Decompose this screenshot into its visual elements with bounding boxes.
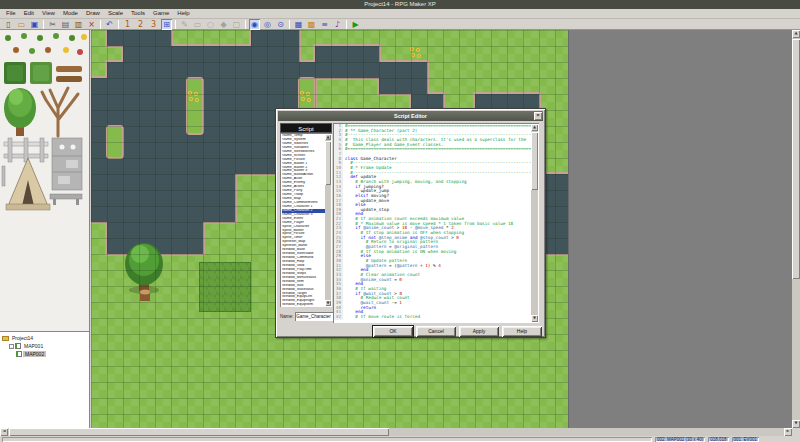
toolbar-separator <box>346 20 347 29</box>
copy-icon[interactable]: ▤ <box>60 19 71 30</box>
vertical-scroll-thumb[interactable] <box>792 39 800 279</box>
horizontal-scroll-thumb[interactable] <box>9 428 389 436</box>
tileset-palette-image <box>0 30 90 330</box>
menu-bar: FileEditViewModeDrawScaleToolsGameHelp <box>0 9 800 19</box>
status-hint-panel <box>2 437 652 442</box>
playtest-icon[interactable]: ▶ <box>350 19 361 30</box>
sound-test-icon[interactable]: ♪ <box>332 19 343 30</box>
menu-edit[interactable]: Edit <box>20 9 38 18</box>
undo-icon[interactable]: ↶ <box>104 19 115 30</box>
zoom-1-2-icon[interactable]: ◎ <box>262 19 273 30</box>
status-map-info: 002: MAP002 (30 x 40) <box>655 437 705 442</box>
ok-button[interactable]: OK <box>373 326 413 337</box>
scroll-up-icon[interactable]: ▲ <box>325 134 331 140</box>
menu-view[interactable]: View <box>38 9 59 18</box>
layer2-icon[interactable]: 2 <box>135 19 146 30</box>
flood-fill-tool-icon: ◆ <box>218 19 229 30</box>
zoom-1-4-icon[interactable]: ⊙ <box>275 19 286 30</box>
scroll-right-icon[interactable]: ► <box>784 428 792 436</box>
menu-game[interactable]: Game <box>149 9 173 18</box>
script-list-header: Script <box>280 123 332 133</box>
code-editor[interactable]: 1#======================================… <box>333 123 539 323</box>
apply-button[interactable]: Apply <box>459 326 499 337</box>
code-lines: 1#======================================… <box>334 124 531 322</box>
menu-draw[interactable]: Draw <box>82 9 104 18</box>
open-project-icon[interactable]: ▭ <box>16 19 27 30</box>
scroll-up-icon[interactable]: ▲ <box>531 124 538 131</box>
zoom-1-1-icon[interactable]: ◉ <box>249 19 260 30</box>
toolbar-separator <box>118 20 119 29</box>
status-bar: 002: MAP002 (30 x 40) 018,018 001: EV001 <box>0 436 800 442</box>
rectangle-tool-icon: ▭ <box>192 19 203 30</box>
script-list-scrollbar[interactable]: ▲ ▼ <box>325 134 331 306</box>
select-tool-icon: ▢ <box>231 19 242 30</box>
script-list[interactable]: Game_TempGame_SystemGame_SwitchesGame_Va… <box>280 133 332 307</box>
menu-help[interactable]: Help <box>173 9 193 18</box>
cancel-button[interactable]: Cancel <box>416 326 456 337</box>
code-editor-scrollbar[interactable]: ▲ ▼ <box>531 124 538 322</box>
scroll-down-icon[interactable]: ▼ <box>531 315 538 322</box>
menu-file[interactable]: File <box>2 9 20 18</box>
map-horizontal-scrollbar[interactable]: ◄ ► <box>0 428 792 436</box>
dialog-buttons: OK Cancel Apply Help <box>276 326 542 337</box>
script-editor-icon[interactable]: ≡ <box>319 19 330 30</box>
new-project-icon[interactable]: ▯ <box>3 19 14 30</box>
status-event-info: 001: EV001 <box>732 437 760 442</box>
map-icon <box>15 343 21 349</box>
scroll-up-icon[interactable]: ▲ <box>792 30 800 38</box>
tree-item-map001[interactable]: -MAP001 <box>0 342 89 350</box>
menu-scale[interactable]: Scale <box>104 9 127 18</box>
help-button[interactable]: Help <box>502 326 542 337</box>
script-name-input[interactable] <box>295 312 333 321</box>
scroll-down-icon[interactable]: ▼ <box>325 300 331 306</box>
map-vertical-scrollbar[interactable]: ▲ ▼ <box>792 30 800 428</box>
cut-icon[interactable]: ✂ <box>47 19 58 30</box>
code-scroll-thumb[interactable] <box>531 132 538 190</box>
tree-item-label: MAP002 <box>23 351 46 357</box>
dialog-titlebar[interactable]: Script Editor × <box>278 111 543 121</box>
window-title: Project14 - RPG Maker XP <box>364 1 436 7</box>
scrollbar-corner <box>792 428 800 436</box>
folder-icon <box>2 336 9 341</box>
tree-item-project14[interactable]: Project14 <box>0 334 89 342</box>
scroll-down-icon[interactable]: ▼ <box>792 420 800 428</box>
tree-item-label: Project14 <box>10 335 35 341</box>
tree-expander-icon[interactable]: - <box>9 344 14 349</box>
editor-void-area <box>568 30 792 428</box>
map-icon <box>16 351 22 357</box>
menu-tools[interactable]: Tools <box>127 9 149 18</box>
list-scroll-thumb[interactable] <box>325 141 331 185</box>
script-list-item[interactable]: Window_EquipItem <box>282 303 325 307</box>
paste-icon[interactable]: ▥ <box>73 19 84 30</box>
material-base-icon[interactable]: ▩ <box>306 19 317 30</box>
app-window: Project14 - RPG Maker XP FileEditViewMod… <box>0 0 800 442</box>
status-coordinates: 018,018 <box>708 437 728 442</box>
pencil-tool-icon: ✎ <box>179 19 190 30</box>
scroll-left-icon[interactable]: ◄ <box>0 428 8 436</box>
ellipse-tool-icon: ○ <box>205 19 216 30</box>
tileset-palette[interactable] <box>0 30 90 331</box>
event-layer-icon[interactable]: ⊞ <box>161 19 172 30</box>
dialog-close-icon[interactable]: × <box>534 112 542 120</box>
toolbar-separator <box>43 20 44 29</box>
delete-icon[interactable]: × <box>86 19 97 30</box>
toolbar-separator <box>289 20 290 29</box>
toolbar-separator <box>100 20 101 29</box>
database-icon[interactable]: ▦ <box>293 19 304 30</box>
toolbar-separator <box>175 20 176 29</box>
tree-item-label: MAP001 <box>22 343 45 349</box>
window-titlebar[interactable]: Project14 - RPG Maker XP <box>0 0 800 9</box>
name-label: Name: <box>280 314 293 319</box>
save-project-icon[interactable]: ▣ <box>29 19 40 30</box>
layer3-icon[interactable]: 3 <box>148 19 159 30</box>
code-line: 42 # If move route is forced <box>334 315 531 320</box>
menu-mode[interactable]: Mode <box>59 9 82 18</box>
map-dense-grass-patch <box>199 262 251 312</box>
project-tree: Project14-MAP001MAP002 <box>0 331 90 428</box>
script-editor-dialog: Script Editor × Script Game_TempGame_Sys… <box>275 108 546 338</box>
script-name-row: Name: <box>280 311 333 321</box>
dialog-title: Script Editor <box>394 113 427 119</box>
layer1-icon[interactable]: 1 <box>122 19 133 30</box>
tree-item-map002[interactable]: MAP002 <box>0 350 89 358</box>
code-line: 6#======================================… <box>334 147 531 152</box>
